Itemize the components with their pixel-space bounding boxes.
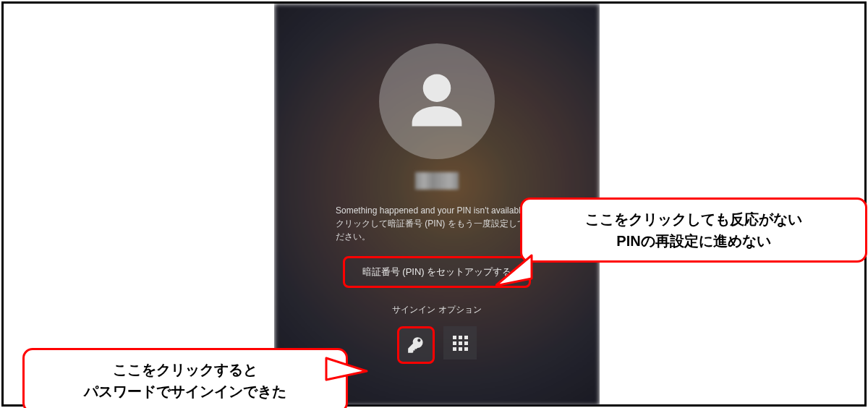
- key-icon: [407, 336, 425, 354]
- signin-option-icons: [397, 326, 477, 364]
- svg-point-0: [423, 74, 451, 101]
- signin-options-label[interactable]: サインイン オプション: [392, 304, 481, 316]
- callout-tail-icon: [322, 351, 373, 394]
- callout-tail-icon: [495, 250, 539, 293]
- annotation-text: ここをクリックしても反応がない: [538, 208, 849, 230]
- annotation-text: PINの再設定に進めない: [538, 230, 849, 252]
- annotation-password-works: ここをクリックすると パスワードでサインインできた: [22, 348, 348, 408]
- pin-signin-button[interactable]: [443, 326, 477, 360]
- username-redacted: [415, 172, 459, 190]
- person-icon: [397, 61, 477, 141]
- annotation-pin-no-response: ここをクリックしても反応がない PINの再設定に進めない: [520, 197, 867, 263]
- tutorial-frame: Something happened and your PIN isn't av…: [1, 1, 867, 407]
- svg-marker-2: [326, 358, 367, 380]
- annotation-text: パスワードでサインインできた: [41, 381, 330, 402]
- password-signin-button[interactable]: [397, 326, 435, 364]
- keypad-icon: [453, 336, 468, 351]
- user-avatar: [379, 43, 495, 159]
- annotation-text: ここをクリックすると: [41, 359, 330, 381]
- svg-marker-1: [495, 255, 532, 286]
- pin-error-message: Something happened and your PIN isn't av…: [336, 204, 538, 243]
